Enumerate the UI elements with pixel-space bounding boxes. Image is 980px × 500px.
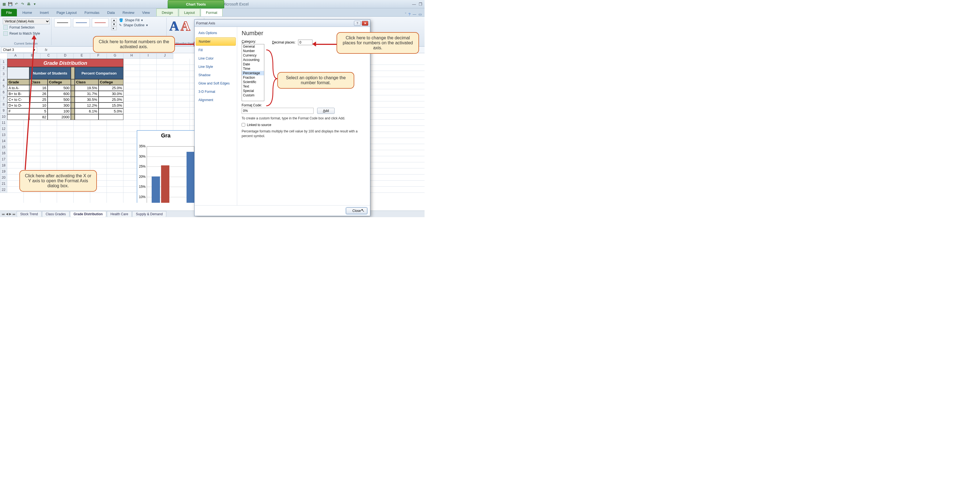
window-close-icon[interactable]: ▭ bbox=[418, 12, 422, 16]
dialog-nav-item[interactable]: 3-D Format bbox=[196, 88, 236, 96]
category-option[interactable]: Currency bbox=[242, 53, 264, 58]
tab-format[interactable]: Format bbox=[200, 9, 223, 16]
format-code-input[interactable] bbox=[242, 108, 313, 114]
dialog-nav-item[interactable]: Number bbox=[196, 37, 236, 46]
qat-dropdown-icon[interactable]: ▾ bbox=[32, 2, 37, 6]
dialog-nav-item[interactable]: Fill bbox=[196, 46, 236, 54]
chart-bar[interactable] bbox=[161, 165, 169, 203]
restore-icon[interactable]: ❐ bbox=[419, 2, 422, 6]
dialog-nav-item[interactable]: Line Color bbox=[196, 54, 236, 62]
column-header[interactable]: A bbox=[7, 53, 24, 59]
column-header[interactable]: C bbox=[40, 53, 57, 59]
row-header[interactable]: 3 bbox=[0, 71, 7, 77]
column-header[interactable]: B bbox=[24, 53, 40, 59]
row-header[interactable]: 1 bbox=[0, 59, 7, 65]
window-min-icon[interactable]: — bbox=[413, 12, 416, 16]
category-option[interactable]: General bbox=[242, 44, 264, 49]
category-option[interactable]: Scientific bbox=[242, 80, 264, 84]
column-header[interactable]: G bbox=[107, 53, 123, 59]
chart-element-selector[interactable]: Vertical (Value) Axis bbox=[3, 18, 50, 24]
sheet-tab[interactable]: Health Care bbox=[107, 211, 132, 217]
tab-design[interactable]: Design bbox=[156, 9, 178, 16]
row-header[interactable]: 2 bbox=[0, 65, 7, 71]
save-icon[interactable]: 💾 bbox=[8, 2, 13, 6]
undo-icon[interactable]: ↶ bbox=[14, 2, 19, 6]
chart-bar[interactable] bbox=[152, 176, 160, 203]
category-option[interactable]: Custom bbox=[242, 93, 264, 97]
category-listbox[interactable]: GeneralNumberCurrencyAccountingDateTimeP… bbox=[242, 44, 264, 101]
add-button[interactable]: Add bbox=[317, 108, 335, 114]
tab-page-layout[interactable]: Page Layout bbox=[52, 9, 81, 16]
row-header[interactable]: 8 bbox=[0, 101, 7, 107]
row-header[interactable]: 16 bbox=[0, 150, 7, 156]
sheet-nav-first[interactable]: ⏮ bbox=[2, 212, 5, 216]
fx-icon[interactable]: fx bbox=[45, 48, 47, 52]
shape-style-thumb-1[interactable] bbox=[54, 18, 71, 27]
row-header[interactable]: 10 bbox=[0, 113, 7, 120]
column-header[interactable]: J bbox=[157, 53, 173, 59]
dialog-nav-item[interactable]: Glow and Soft Edges bbox=[196, 80, 236, 87]
dialog-nav-item[interactable]: Shadow bbox=[196, 71, 236, 79]
minimize-icon[interactable]: — bbox=[412, 2, 416, 6]
tab-layout[interactable]: Layout bbox=[179, 9, 200, 16]
tab-insert[interactable]: Insert bbox=[36, 9, 53, 16]
category-option[interactable]: Accounting bbox=[242, 58, 264, 62]
shape-fill-button[interactable]: 🪣 Shape Fill ▾ bbox=[119, 18, 148, 22]
category-option[interactable]: Time bbox=[242, 67, 264, 71]
sheet-nav-next[interactable]: ▶ bbox=[9, 212, 11, 216]
sheet-tab[interactable]: Supply & Demand bbox=[132, 211, 166, 217]
row-header[interactable]: 6 bbox=[0, 89, 7, 95]
sheet-tab[interactable]: Stock Trend bbox=[17, 211, 41, 217]
wordart-thumb-1[interactable]: A bbox=[169, 18, 179, 34]
dialog-close-button[interactable]: ✕ bbox=[362, 21, 368, 26]
shape-style-scroll-down-icon[interactable]: ▼ bbox=[111, 22, 117, 26]
row-header[interactable]: 18 bbox=[0, 162, 7, 168]
tab-view[interactable]: View bbox=[138, 9, 154, 16]
shape-outline-button[interactable]: ✎ Shape Outline ▾ bbox=[119, 23, 148, 27]
row-header[interactable]: 21 bbox=[0, 181, 7, 187]
tab-data[interactable]: Data bbox=[103, 9, 118, 16]
shape-style-more-icon[interactable]: ▾ bbox=[111, 27, 117, 30]
tab-formulas[interactable]: Formulas bbox=[81, 9, 103, 16]
category-option[interactable]: Special bbox=[242, 89, 264, 93]
sheet-nav-prev[interactable]: ◀ bbox=[6, 212, 8, 216]
dialog-nav-item[interactable]: Alignment bbox=[196, 96, 236, 104]
shape-style-scroll-up-icon[interactable]: ▲ bbox=[111, 18, 117, 22]
embedded-chart[interactable]: Gra 35%30%25%20%15%10%5%0% A to A- B+ bbox=[137, 130, 195, 203]
row-header[interactable]: 11 bbox=[0, 120, 7, 126]
category-option[interactable]: Fraction bbox=[242, 75, 264, 80]
column-header[interactable]: H bbox=[123, 53, 140, 59]
column-header[interactable]: F bbox=[90, 53, 107, 59]
column-header[interactable]: E bbox=[74, 53, 90, 59]
category-option[interactable]: Percentage bbox=[242, 71, 264, 75]
row-header[interactable]: 7 bbox=[0, 95, 7, 101]
decimal-places-input[interactable] bbox=[298, 40, 312, 45]
tab-review[interactable]: Review bbox=[119, 9, 138, 16]
row-header[interactable]: 14 bbox=[0, 138, 7, 144]
redo-icon[interactable]: ↷ bbox=[20, 2, 25, 6]
column-header[interactable]: I bbox=[140, 53, 157, 59]
row-header[interactable]: 5 bbox=[0, 83, 7, 89]
row-header[interactable]: 17 bbox=[0, 156, 7, 162]
linked-to-source-checkbox[interactable] bbox=[242, 123, 245, 126]
shape-style-thumb-3[interactable] bbox=[92, 18, 108, 27]
reset-match-style-button[interactable]: Reset to Match Style bbox=[3, 30, 49, 37]
column-header[interactable]: D bbox=[57, 53, 74, 59]
name-box[interactable]: Chart 3 ▾ bbox=[1, 47, 37, 53]
dialog-title-bar[interactable]: Format Axis ? ✕ bbox=[194, 20, 370, 27]
category-option[interactable]: Number bbox=[242, 49, 264, 53]
row-header[interactable]: 15 bbox=[0, 144, 7, 150]
sheet-nav-last[interactable]: ⏭ bbox=[13, 212, 16, 216]
row-header[interactable]: 12 bbox=[0, 126, 7, 132]
dialog-nav-item[interactable]: Line Style bbox=[196, 63, 236, 70]
row-header[interactable]: 20 bbox=[0, 174, 7, 181]
row-header[interactable]: 19 bbox=[0, 168, 7, 174]
print-icon[interactable]: 🖶 bbox=[26, 2, 31, 6]
category-option[interactable]: Text bbox=[242, 84, 264, 89]
format-selection-button[interactable]: Format Selection bbox=[3, 24, 49, 30]
row-header[interactable]: 22 bbox=[0, 187, 7, 193]
dialog-help-button[interactable]: ? bbox=[354, 21, 361, 26]
row-header[interactable]: 9 bbox=[0, 107, 7, 113]
row-header[interactable]: 13 bbox=[0, 132, 7, 138]
tab-home[interactable]: Home bbox=[19, 9, 36, 16]
